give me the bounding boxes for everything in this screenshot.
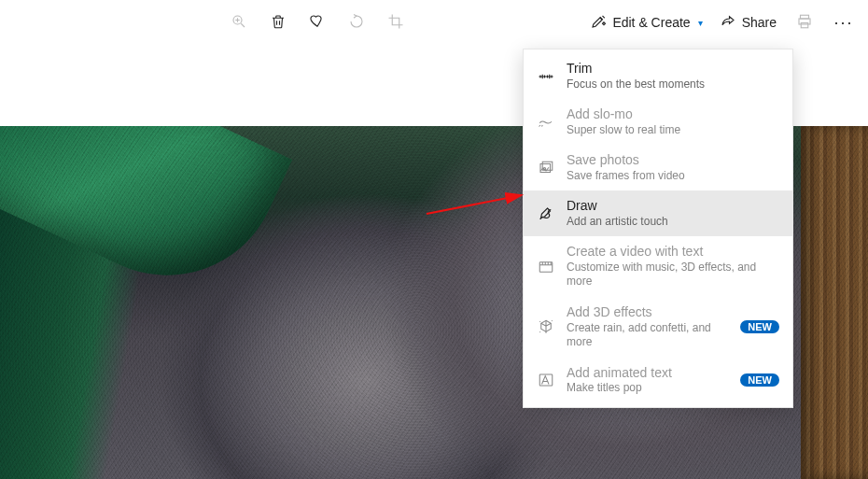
menu-item-text: Add 3D effectsCreate rain, add confetti,…: [567, 304, 729, 350]
svg-rect-19: [539, 261, 553, 272]
menu-item-animtext[interactable]: Add animated textMake titles popNEW: [524, 358, 792, 403]
menu-item-text: Add slo-moSuper slow to real time: [567, 106, 779, 137]
menu-item-text: DrawAdd an artistic touch: [567, 198, 779, 229]
3deffects-icon: [537, 318, 555, 335]
app-toolbar: Edit & Create ▾ Share ···: [0, 0, 868, 45]
edit-create-menu: TrimFocus on the best momentsAdd slo-moS…: [523, 49, 793, 408]
toolbar-left-group: [222, 6, 413, 39]
delete-button[interactable]: [261, 6, 295, 39]
crop-button[interactable]: [379, 6, 413, 39]
favorite-button[interactable]: [301, 6, 334, 39]
menu-item-text: Save photosSave frames from video: [567, 152, 779, 183]
menu-item-trim[interactable]: TrimFocus on the best moments: [524, 53, 792, 99]
animtext-icon: [537, 372, 555, 388]
new-badge: NEW: [740, 320, 779, 333]
rotate-icon: [348, 13, 365, 33]
menu-item-text: Add animated textMake titles pop: [567, 365, 729, 396]
more-button[interactable]: ···: [827, 6, 861, 39]
menu-item-title: Save photos: [567, 152, 779, 169]
share-icon: [720, 13, 736, 33]
svg-line-1: [241, 23, 245, 27]
menu-item-subtitle: Super slow to real time: [567, 123, 779, 138]
menu-item-subtitle: Add an artistic touch: [567, 215, 779, 230]
menu-item-title: Draw: [567, 198, 779, 215]
print-button[interactable]: [788, 6, 821, 39]
zoom-icon: [231, 13, 247, 33]
edit-create-icon: [590, 13, 607, 33]
menu-item-text: Create a video with textCustomize with m…: [567, 244, 779, 289]
menu-item-title: Add animated text: [567, 365, 729, 382]
menu-item-slomo[interactable]: Add slo-moSuper slow to real time: [524, 99, 792, 145]
menu-item-draw[interactable]: DrawAdd an artistic touch: [524, 190, 792, 236]
edit-create-dropdown-button[interactable]: Edit & Create ▾: [584, 6, 707, 39]
print-icon: [796, 13, 813, 33]
crop-icon: [387, 13, 404, 33]
menu-item-subtitle: Create rain, add confetti, and more: [567, 321, 729, 350]
menu-item-title: Add 3D effects: [567, 304, 729, 321]
trim-icon: [537, 68, 555, 85]
menu-item-subtitle: Customize with music, 3D effects, and mo…: [567, 261, 779, 289]
share-button[interactable]: Share: [714, 6, 782, 39]
menu-item-subtitle: Focus on the best moments: [567, 77, 779, 92]
trash-icon: [270, 13, 287, 33]
menu-item-savephotos[interactable]: Save photosSave frames from video: [524, 145, 792, 190]
chevron-down-icon: ▾: [698, 18, 703, 28]
more-icon: ···: [833, 13, 853, 33]
svg-rect-8: [801, 22, 808, 27]
toolbar-right-group: Edit & Create ▾ Share ···: [584, 6, 861, 39]
heart-icon: [309, 13, 326, 33]
videotext-icon: [537, 259, 555, 275]
edit-create-label: Edit & Create: [612, 15, 690, 30]
menu-item-subtitle: Make titles pop: [567, 381, 729, 396]
menu-item-subtitle: Save frames from video: [567, 169, 779, 184]
menu-item-videotext[interactable]: Create a video with textCustomize with m…: [524, 236, 792, 297]
slomo-icon: [537, 114, 555, 131]
menu-item-3deffects[interactable]: Add 3D effectsCreate rain, add confetti,…: [524, 297, 792, 358]
new-badge: NEW: [740, 373, 779, 387]
share-label: Share: [742, 15, 777, 30]
menu-item-title: Create a video with text: [567, 244, 779, 261]
menu-item-title: Trim: [567, 61, 779, 77]
menu-item-title: Add slo-mo: [567, 106, 779, 123]
menu-item-text: TrimFocus on the best moments: [567, 61, 779, 92]
zoom-button[interactable]: [222, 6, 256, 39]
rotate-button[interactable]: [340, 6, 373, 39]
savephotos-icon: [537, 160, 555, 176]
draw-icon: [537, 205, 555, 222]
